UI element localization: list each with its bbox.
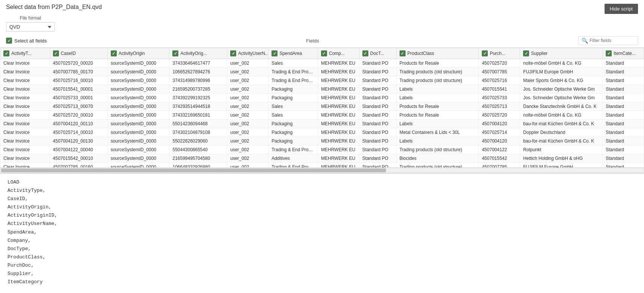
filter-fields-input[interactable] [590, 38, 635, 43]
col-checkbox-supplier[interactable] [523, 50, 529, 56]
col-checkbox-activitytype[interactable] [3, 50, 9, 56]
col-header-activityorigid[interactable]: ActivityOrig... [169, 48, 227, 59]
col-checkbox-caseid[interactable] [53, 50, 59, 56]
table-row[interactable]: Clear Invoice4507004120_00110sourceSyste… [0, 120, 644, 128]
table-cell: user_002 [227, 85, 268, 94]
table-row[interactable]: Clear Invoice4507025713_00070sourceSyste… [0, 102, 644, 111]
table-cell: Packaging [268, 85, 318, 94]
table-cell: user_002 [227, 94, 268, 102]
table-cell: sourceSystemID_0000 [107, 94, 169, 102]
table-row[interactable]: Clear Invoice4507007785_00170sourceSyste… [0, 68, 644, 76]
col-checkbox-activityorigin[interactable] [111, 50, 117, 56]
table-cell: sourceSystemID_0000 [107, 102, 169, 111]
table-cell: Standard [603, 120, 644, 128]
col-header-supplier[interactable]: Supplier [520, 48, 603, 59]
table-cell: Sales [268, 111, 318, 120]
col-header-activityusername[interactable]: ActivityUserN... [227, 48, 268, 59]
horizontal-scroll-thumb[interactable] [1, 169, 386, 172]
table-cell: Standard [603, 94, 644, 102]
col-checkbox-activityorigid[interactable] [172, 50, 178, 56]
table-row[interactable]: Clear Invoice4507025714_00010sourceSyste… [0, 128, 644, 137]
data-table: ActivityT... CaseID Ac [0, 48, 644, 168]
table-row[interactable]: Clear Invoice4507025720_00010sourceSyste… [0, 111, 644, 120]
table-cell: bau-for-mat Küchen GmbH & Co. K [520, 120, 603, 128]
table-cell: Standard PO [359, 94, 396, 102]
select-all-row: Select all fields [6, 38, 47, 44]
table-cell: MEHRWERK EU [318, 163, 359, 168]
table-cell: 4507004122_00040 [50, 146, 107, 154]
col-header-doctype[interactable]: DocT... [359, 48, 396, 59]
col-header-purchdoc[interactable]: Purch... [479, 48, 520, 59]
col-header-productclass[interactable]: ProductClass [396, 48, 479, 59]
table-cell: Clear Invoice [0, 128, 50, 137]
script-line: ItemCategory [8, 278, 636, 286]
table-cell: Standard PO [359, 76, 396, 85]
table-row[interactable]: Clear Invoice4507004120_00130sourceSyste… [0, 137, 644, 146]
table-cell: Doppler Deutschland [520, 128, 603, 137]
table-cell: Standard PO [359, 85, 396, 94]
col-header-company[interactable]: Comp... [318, 48, 359, 59]
table-row[interactable]: Clear Invoice4507025720_00020sourceSyste… [0, 59, 644, 68]
table-cell: sourceSystemID_0000 [107, 137, 169, 146]
table-row[interactable]: Clear Invoice4507015541_00001sourceSyste… [0, 85, 644, 94]
table-cell: user_002 [227, 76, 268, 85]
col-checkbox-activityusername[interactable] [230, 50, 236, 56]
col-label-doctype: DocT... [370, 51, 384, 56]
table-cell: Additives [268, 154, 318, 163]
table-cell: 106652627894276 [169, 68, 227, 76]
table-cell: user_002 [227, 128, 268, 137]
hide-script-button[interactable]: Hide script [605, 4, 638, 14]
table-row[interactable]: Clear Invoice4507004122_00040sourceSyste… [0, 146, 644, 154]
table-cell: 55014236094468 [169, 120, 227, 128]
col-checkbox-company[interactable] [321, 50, 327, 56]
col-checkbox-productclass[interactable] [400, 50, 406, 56]
table-cell: 4507025714 [479, 128, 520, 137]
table-cell: 4507015541_00001 [50, 85, 107, 94]
table-cell: 4507025720 [479, 59, 520, 68]
table-cell: Trading products (old structure) [396, 68, 479, 76]
col-label-company: Comp... [329, 51, 345, 56]
table-row[interactable]: Clear Invoice4507007785_00160sourceSyste… [0, 163, 644, 168]
table-cell: Trading & End Products [268, 76, 318, 85]
table-cell: 374302104879108 [169, 128, 227, 137]
filter-fields-input-container[interactable]: 🔍 [578, 36, 638, 45]
table-cell: Labels [396, 120, 479, 128]
table-cell: Standard PO [359, 154, 396, 163]
table-cell: Products for Resale [396, 59, 479, 68]
table-cell: Trading & End Products [268, 68, 318, 76]
table-cell: 4507025733_00001 [50, 94, 107, 102]
col-header-activitytype[interactable]: ActivityT... [0, 48, 50, 59]
col-header-caseid[interactable]: CaseID [50, 48, 107, 59]
file-format-dropdown[interactable]: QVD [6, 22, 55, 32]
table-cell: user_002 [227, 163, 268, 168]
table-cell: Labels [396, 85, 479, 94]
col-checkbox-spendarea[interactable] [271, 50, 278, 56]
col-header-spendarea[interactable]: SpendArea [268, 48, 318, 59]
table-cell: MEHRWERK EU [318, 94, 359, 102]
col-checkbox-doctype[interactable] [362, 50, 368, 56]
col-header-activityorigin[interactable]: ActivityOrigin [107, 48, 169, 59]
table-cell: Sales [268, 102, 318, 111]
table-cell: Metal Containers & Lids < 30L [396, 128, 479, 137]
table-container[interactable]: ActivityT... CaseID Ac [0, 47, 644, 168]
table-cell: Standard [603, 163, 644, 168]
table-row[interactable]: Clear Invoice4507025716_00010sourceSyste… [0, 76, 644, 85]
horizontal-scrollbar[interactable] [0, 168, 644, 173]
table-cell: Packaging [268, 94, 318, 102]
table-row[interactable]: Clear Invoice4507025733_00001sourceSyste… [0, 94, 644, 102]
col-label-spendarea: SpendArea [279, 51, 302, 56]
select-all-checkbox[interactable] [6, 38, 12, 44]
table-cell: Standard [603, 154, 644, 163]
fields-header: Select all fields Fields 🔍 [0, 35, 644, 47]
col-checkbox-itemcategory[interactable] [606, 50, 612, 56]
col-header-itemcategory[interactable]: ItemCate... [603, 48, 644, 59]
table-cell: 4507025713 [479, 102, 520, 111]
table-cell: 55044300865540 [169, 146, 227, 154]
table-row[interactable]: Clear Invoice4507015542_00010sourceSyste… [0, 154, 644, 163]
table-cell: MEHRWERK EU [318, 76, 359, 85]
table-cell: 4507025720 [479, 111, 520, 120]
col-checkbox-purchdoc[interactable] [482, 50, 488, 56]
table-cell: 4507004120_00130 [50, 137, 107, 146]
table-cell: 374293514944518 [169, 102, 227, 111]
table-cell: sourceSystemID_0000 [107, 76, 169, 85]
